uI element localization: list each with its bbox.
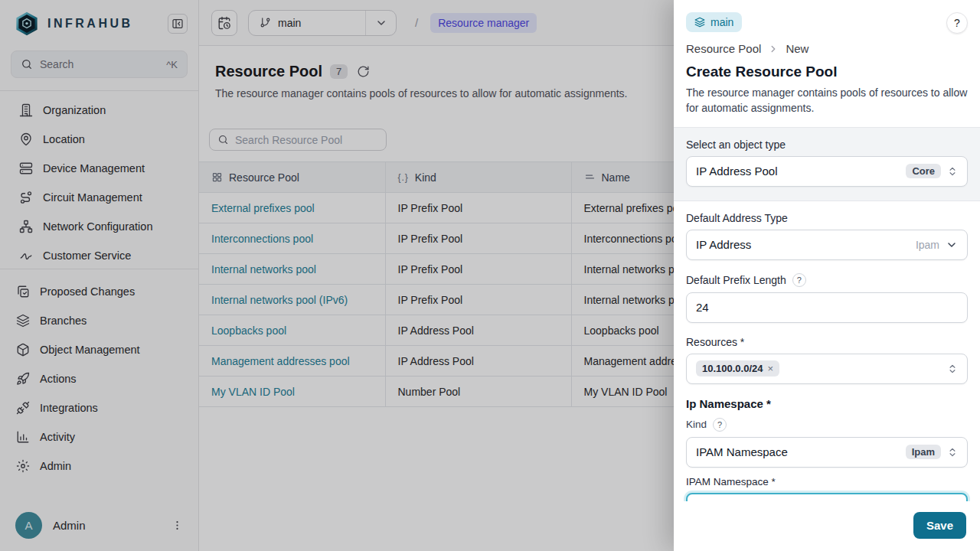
drawer-form: Select an object type IP Address Pool Co… bbox=[674, 127, 980, 501]
prefix-length-label: Default Prefix Length ? bbox=[686, 273, 968, 287]
help-icon[interactable]: ? bbox=[792, 273, 806, 287]
drawer-description: The resource manager contains pools of r… bbox=[686, 85, 968, 116]
ipam-namespace-label: IPAM Namespace * bbox=[686, 476, 968, 487]
resource-chip: 10.100.0.0/24 × bbox=[696, 360, 779, 377]
drawer-footer: Save bbox=[674, 501, 980, 551]
kind-value: IPAM Namespace bbox=[696, 445, 900, 458]
drawer-title: Create Resource Pool bbox=[686, 64, 968, 80]
branch-badge-label: main bbox=[710, 16, 733, 28]
branch-badge: main bbox=[686, 12, 742, 32]
object-type-value: IP Address Pool bbox=[696, 165, 900, 178]
address-type-value: IP Address bbox=[696, 238, 910, 251]
prefix-length-input[interactable] bbox=[686, 292, 968, 323]
help-icon[interactable]: ? bbox=[713, 418, 727, 432]
form-fields: Default Address Type IP Address Ipam Def… bbox=[674, 201, 980, 501]
help-button[interactable]: ? bbox=[946, 12, 968, 34]
chip-label: 10.100.0.0/24 bbox=[702, 363, 763, 374]
chevrons-up-down-icon bbox=[947, 166, 958, 177]
object-type-label: Select an object type bbox=[686, 139, 968, 151]
ipam-badge: Ipam bbox=[906, 445, 941, 459]
ipam-namespace-select[interactable]: default bbox=[686, 493, 968, 501]
chevron-down-icon bbox=[946, 239, 958, 251]
object-type-select[interactable]: IP Address Pool Core bbox=[686, 156, 968, 187]
create-resource-pool-drawer: main ? Resource Pool New Create Resource… bbox=[674, 0, 980, 551]
chevron-right-icon bbox=[768, 44, 779, 54]
resources-multiselect[interactable]: 10.100.0.0/24 × bbox=[686, 354, 968, 384]
chip-remove-icon[interactable]: × bbox=[768, 363, 774, 374]
label-text: Default Prefix Length bbox=[686, 274, 786, 286]
chevrons-up-down-icon bbox=[947, 447, 958, 458]
resources-label: Resources * bbox=[686, 336, 968, 348]
address-type-kind: Ipam bbox=[916, 239, 939, 251]
layers-icon bbox=[694, 17, 705, 28]
address-type-select[interactable]: IP Address Ipam bbox=[686, 230, 968, 260]
object-type-section: Select an object type IP Address Pool Co… bbox=[674, 127, 980, 201]
save-button[interactable]: Save bbox=[913, 512, 966, 539]
chevrons-up-down-icon bbox=[947, 364, 958, 374]
core-badge: Core bbox=[906, 164, 941, 178]
drawer-breadcrumb: Resource Pool New bbox=[686, 42, 968, 55]
breadcrumb-current: New bbox=[786, 42, 808, 55]
drawer-header: main ? Resource Pool New Create Resource… bbox=[674, 0, 980, 127]
breadcrumb-parent[interactable]: Resource Pool bbox=[686, 42, 761, 55]
address-type-label: Default Address Type bbox=[686, 212, 968, 224]
ip-namespace-heading: Ip Namespace * bbox=[686, 397, 968, 410]
kind-select[interactable]: IPAM Namespace Ipam bbox=[686, 437, 968, 468]
label-text: Kind bbox=[686, 419, 707, 430]
kind-label: Kind ? bbox=[686, 418, 968, 432]
